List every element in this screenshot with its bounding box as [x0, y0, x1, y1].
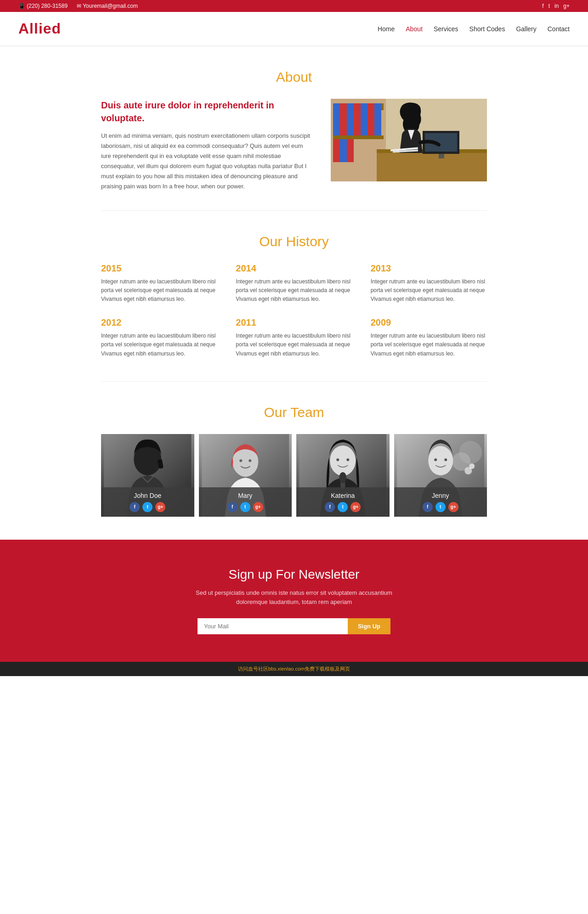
svg-rect-8	[368, 103, 374, 135]
svg-point-43	[444, 458, 447, 461]
svg-point-41	[469, 463, 475, 469]
nav-about[interactable]: About	[406, 25, 423, 33]
twitter-icon[interactable]: t	[548, 3, 550, 9]
svg-rect-12	[340, 139, 347, 162]
team-overlay-john: John Doe f t g+	[101, 487, 194, 517]
katerina-googleplus[interactable]: g+	[351, 502, 361, 512]
svg-point-28	[239, 459, 242, 462]
team-name-john: John Doe	[106, 492, 190, 499]
history-text-2009: Integer rutrum ante eu lacuestibulum lib…	[371, 332, 487, 358]
svg-rect-11	[333, 139, 340, 162]
newsletter-form: Sign Up	[198, 618, 390, 634]
history-item-2014: 2014 Integer rutrum ante eu lacuestibulu…	[236, 263, 352, 304]
john-facebook[interactable]: f	[130, 502, 140, 512]
watermark-text: 访问血号社区bbs.xienlao.com免费下载模板及网页	[238, 666, 351, 671]
history-year-2012: 2012	[101, 317, 217, 328]
linkedin-icon[interactable]: in	[554, 3, 559, 9]
history-text-2015: Integer rutrum ante eu lacuestibulum lib…	[101, 277, 217, 304]
history-year-2013: 2013	[371, 263, 487, 274]
svg-point-29	[249, 459, 251, 462]
history-item-2015: 2015 Integer rutrum ante eu lacuestibulu…	[101, 263, 217, 304]
nav-services[interactable]: Services	[434, 25, 458, 33]
nav-shortcodes[interactable]: Short Codes	[469, 25, 505, 33]
topbar-left: 📱 (220) 280-31589 ✉ Youremail@gmail.com	[18, 3, 138, 9]
site-logo: Allied	[18, 20, 61, 37]
email-address: Youremail@gmail.com	[83, 3, 138, 9]
about-text-block: Duis aute irure dolor in reprehenderit i…	[101, 99, 312, 192]
topbar: 📱 (220) 280-31589 ✉ Youremail@gmail.com …	[0, 0, 588, 12]
team-grid: John Doe f t g+	[101, 434, 487, 517]
team-name-katerina: Katerina	[301, 492, 385, 499]
svg-point-33	[339, 472, 346, 483]
topbar-social-links: f t in g+	[542, 3, 570, 9]
svg-rect-18	[439, 154, 444, 158]
jenny-twitter[interactable]: t	[435, 502, 446, 512]
team-overlay-jenny: Jenny f t g+	[394, 487, 487, 517]
history-section: Our History 2015 Integer rutrum ante eu …	[101, 211, 487, 381]
team-overlay-katerina: Katerina f t g+	[296, 487, 390, 517]
history-title: Our History	[101, 234, 487, 249]
katerina-twitter[interactable]: t	[338, 502, 348, 512]
team-card-john: John Doe f t g+	[101, 434, 194, 517]
main-nav: Home About Services Short Codes Gallery …	[378, 25, 570, 33]
about-title: About	[101, 69, 487, 85]
about-illustration	[331, 99, 487, 181]
team-card-mary: Mary f t g+	[199, 434, 292, 517]
header: Allied Home About Services Short Codes G…	[0, 12, 588, 46]
mary-facebook[interactable]: f	[227, 502, 237, 512]
svg-point-42	[434, 458, 437, 461]
svg-rect-10	[333, 135, 384, 139]
footer-watermark: 访问血号社区bbs.xienlao.com免费下载模板及网页	[0, 662, 588, 676]
svg-rect-4	[340, 103, 347, 135]
about-image	[331, 99, 487, 181]
googleplus-icon[interactable]: g+	[563, 3, 570, 9]
team-overlay-mary: Mary f t g+	[199, 487, 292, 517]
team-card-katerina: Katerina f t g+	[296, 434, 390, 517]
history-year-2009: 2009	[371, 317, 487, 328]
team-socials-john: f t g+	[106, 502, 190, 512]
team-socials-katerina: f t g+	[301, 502, 385, 512]
team-name-mary: Mary	[204, 492, 288, 499]
svg-rect-7	[361, 103, 368, 135]
history-text-2014: Integer rutrum ante eu lacuestibulum lib…	[236, 277, 352, 304]
svg-point-34	[336, 458, 339, 461]
history-text-2011: Integer rutrum ante eu lacuestibulum lib…	[236, 332, 352, 358]
katerina-facebook[interactable]: f	[325, 502, 335, 512]
mary-twitter[interactable]: t	[240, 502, 250, 512]
svg-rect-13	[347, 139, 354, 162]
newsletter-signup-button[interactable]: Sign Up	[348, 618, 390, 634]
mary-googleplus[interactable]: g+	[253, 502, 263, 512]
email-icon: ✉ Youremail@gmail.com	[77, 3, 138, 9]
svg-rect-5	[347, 103, 354, 135]
phone-number: (220) 280-31589	[27, 3, 68, 9]
newsletter-title: Sign up For Newsletter	[9, 567, 579, 582]
team-title: Our Team	[101, 405, 487, 420]
jenny-facebook[interactable]: f	[423, 502, 433, 512]
facebook-icon[interactable]: f	[542, 3, 543, 9]
history-text-2013: Integer rutrum ante eu lacuestibulum lib…	[371, 277, 487, 304]
team-section: Our Team	[101, 382, 487, 540]
nav-gallery[interactable]: Gallery	[516, 25, 536, 33]
jenny-googleplus[interactable]: g+	[448, 502, 458, 512]
newsletter-section: Sign up For Newsletter Sed ut perspiciat…	[0, 540, 588, 662]
page-content: About Duis aute irure dolor in reprehend…	[92, 46, 496, 540]
about-heading: Duis aute irure dolor in reprehenderit i…	[101, 99, 312, 124]
history-grid: 2015 Integer rutrum ante eu lacuestibulu…	[101, 263, 487, 358]
svg-rect-3	[333, 103, 340, 135]
history-item-2012: 2012 Integer rutrum ante eu lacuestibulu…	[101, 317, 217, 358]
newsletter-email-input[interactable]	[198, 618, 348, 634]
nav-contact[interactable]: Contact	[548, 25, 570, 33]
nav-home[interactable]: Home	[378, 25, 395, 33]
about-section: About Duis aute irure dolor in reprehend…	[101, 46, 487, 210]
john-twitter[interactable]: t	[142, 502, 153, 512]
team-socials-mary: f t g+	[204, 502, 288, 512]
about-body: Ut enim ad minima veniam, quis nostrum e…	[101, 131, 312, 192]
history-year-2014: 2014	[236, 263, 352, 274]
team-socials-jenny: f t g+	[399, 502, 483, 512]
about-intro: Duis aute irure dolor in reprehenderit i…	[101, 99, 487, 192]
team-name-jenny: Jenny	[399, 492, 483, 499]
john-googleplus[interactable]: g+	[155, 502, 165, 512]
phone-icon: 📱 (220) 280-31589	[18, 3, 68, 9]
history-item-2009: 2009 Integer rutrum ante eu lacuestibulu…	[371, 317, 487, 358]
newsletter-description: Sed ut perspiciatis unde omnis iste natu…	[193, 588, 395, 608]
